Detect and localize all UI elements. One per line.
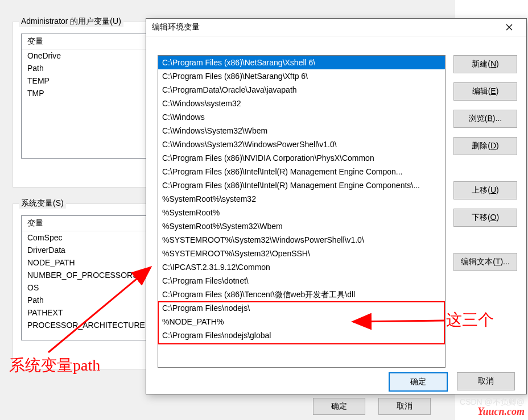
path-row[interactable]: C:\Windows [158,110,445,124]
path-row[interactable]: %SYSTEMROOT%\System32\OpenSSH\ [158,247,445,260]
bg-ok-button[interactable]: 确定 [313,398,365,415]
browse-button[interactable]: 浏览(B)... [453,110,517,128]
path-row[interactable]: %SystemRoot%\system32 [158,192,445,206]
edit-button[interactable]: 编辑(E) [453,82,517,101]
path-row[interactable]: C:\Windows\system32 [158,97,445,110]
path-row[interactable]: C:\Program Files (x86)\NetSarang\Xshell … [158,56,445,69]
edit-env-dialog: 编辑环境变量 C:\Program Files (x86)\NetSarang\… [146,18,527,394]
path-row[interactable]: C:\Program Files\dotnet\ [158,274,445,288]
move-up-button[interactable]: 上移(U) [453,181,517,199]
path-row[interactable]: C:\Windows\System32\WindowsPowerShell\v1… [158,138,445,151]
watermark-yuucn: Yuucn.com [477,406,525,418]
user-vars-label: Administrator 的用户变量(U) [19,16,123,27]
path-row[interactable]: %SYSTEMROOT%\System32\WindowsPowerShell\… [158,233,445,247]
close-button[interactable] [498,19,521,36]
path-row[interactable]: %SystemRoot%\System32\Wbem [158,219,445,233]
bg-cancel-button[interactable]: 取消 [378,398,431,415]
dialog-titlebar[interactable]: 编辑环境变量 [146,19,526,36]
path-row[interactable]: C:\ProgramData\Oracle\Java\javapath [158,83,445,97]
path-row[interactable]: C:\Program Files (x86)\Intel\Intel(R) Ma… [158,165,445,178]
annotation-right: 这三个 [446,309,494,331]
path-row[interactable]: C:\Program Files (x86)\Intel\Intel(R) Ma… [158,178,445,192]
new-button[interactable]: 新建(N) [453,55,517,73]
path-row[interactable]: C:\Program Files (x86)\NetSarang\Xftp 6\ [158,69,445,83]
path-row[interactable]: C:\Program Files (x86)\Tencent\微信web开发者工… [158,288,445,301]
path-row[interactable]: C:\Windows\System32\Wbem [158,124,445,138]
path-row[interactable]: C:\Program Files\nodejs\ [158,301,445,315]
edit-text-button[interactable]: 编辑文本(T)... [453,253,517,271]
move-down-button[interactable]: 下移(O) [453,209,517,227]
close-icon [506,24,513,31]
sys-vars-label: 系统变量(S) [19,198,66,209]
ok-button[interactable]: 确定 [389,372,448,392]
path-row[interactable]: C:\Program Files\nodejs\global [158,328,445,342]
delete-button[interactable]: 删除(D) [453,137,517,155]
path-row[interactable]: C:\Program Files (x86)\NVIDIA Corporatio… [158,151,445,165]
path-row[interactable]: %NODE_PATH% [158,315,445,328]
path-row[interactable]: %SystemRoot% [158,206,445,219]
path-row[interactable]: C:\IPCAST.2.31.9.12\Common [158,260,445,274]
annotation-left: 系统变量path [9,355,100,376]
cancel-button[interactable]: 取消 [457,372,515,390]
path-listbox[interactable]: C:\Program Files (x86)\NetSarang\Xshell … [158,55,446,368]
dialog-title: 编辑环境变量 [152,22,200,32]
